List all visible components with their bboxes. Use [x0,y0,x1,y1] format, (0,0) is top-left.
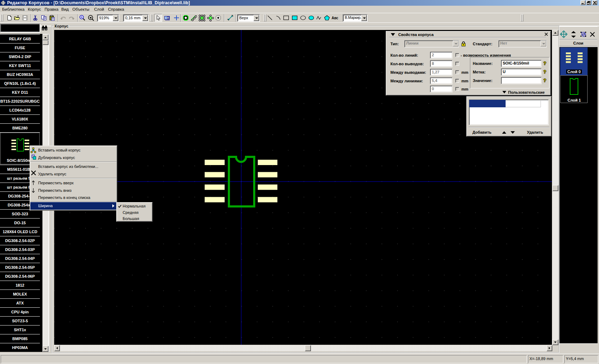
svg-text:1: 1 [168,17,169,19]
